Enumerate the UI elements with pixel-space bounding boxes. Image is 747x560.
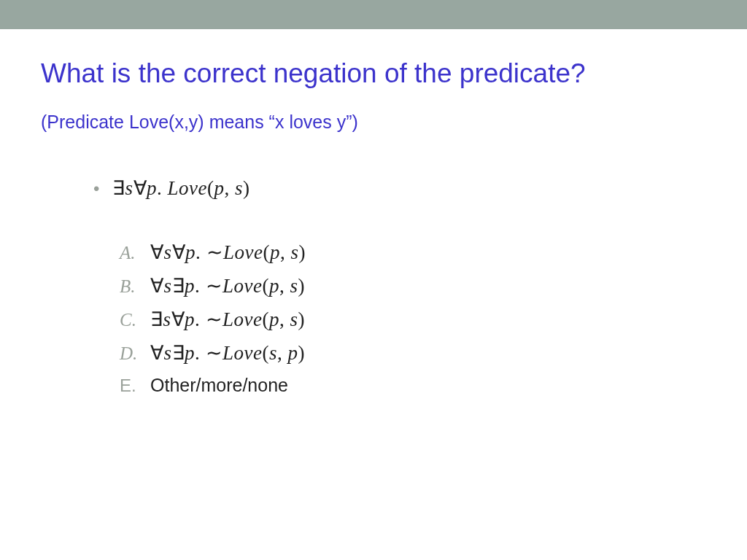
paren-open: ( bbox=[207, 177, 214, 199]
predicate-formula: ∃s∀p. Love(p, s) bbox=[112, 176, 250, 200]
option-label-b: B. bbox=[120, 276, 150, 297]
paren-close: ) bbox=[243, 177, 250, 199]
option-c-formula: ∃s∀p. ∼Love(p, s) bbox=[150, 308, 305, 331]
option-e-text: Other/more/none bbox=[150, 375, 288, 396]
slide-top-bar bbox=[0, 0, 747, 29]
dot: . bbox=[157, 177, 168, 199]
option-c: C. ∃s∀p. ∼Love(p, s) bbox=[120, 308, 711, 331]
comma: , bbox=[225, 177, 236, 199]
var-s: s bbox=[125, 177, 133, 199]
option-label-a: A. bbox=[120, 243, 150, 263]
option-b-formula: ∀s∃p. ∼Love(p, s) bbox=[150, 274, 305, 298]
slide-title: What is the correct negation of the pred… bbox=[41, 58, 711, 90]
option-e: E. Other/more/none bbox=[120, 375, 711, 396]
slide-body: What is the correct negation of the pred… bbox=[0, 29, 747, 396]
option-label-e: E. bbox=[120, 376, 150, 396]
option-label-d: D. bbox=[120, 343, 150, 364]
option-b: B. ∀s∃p. ∼Love(p, s) bbox=[120, 274, 711, 298]
arg2: s bbox=[235, 177, 243, 199]
option-a: A. ∀s∀p. ∼Love(p, s) bbox=[120, 241, 711, 264]
bullet-icon: • bbox=[93, 179, 112, 199]
predicate-statement: • ∃s∀p. Love(p, s) bbox=[93, 176, 711, 200]
exists-symbol: ∃ bbox=[112, 177, 125, 199]
var-p: p bbox=[147, 177, 157, 199]
arg1: p bbox=[214, 177, 225, 199]
fn-name: Love bbox=[168, 177, 207, 199]
forall-symbol: ∀ bbox=[133, 177, 147, 199]
option-a-formula: ∀s∀p. ∼Love(p, s) bbox=[150, 241, 306, 264]
options-list: A. ∀s∀p. ∼Love(p, s) B. ∀s∃p. ∼Love(p, s… bbox=[120, 241, 711, 396]
option-d-formula: ∀s∃p. ∼Love(s, p) bbox=[150, 341, 305, 365]
slide-subtitle: (Predicate Love(x,y) means “x loves y”) bbox=[41, 112, 711, 133]
option-label-c: C. bbox=[120, 310, 150, 330]
option-d: D. ∀s∃p. ∼Love(s, p) bbox=[120, 341, 711, 365]
